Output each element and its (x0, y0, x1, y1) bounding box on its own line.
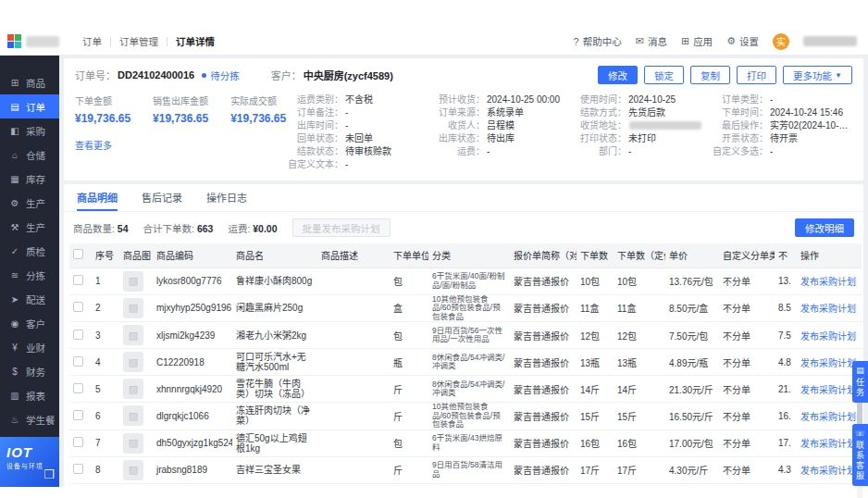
publish-purchase-plan-link[interactable]: 发布采购计划 (800, 277, 856, 287)
column-header-7[interactable]: 分类 (428, 243, 510, 268)
row-index: 9 (92, 483, 119, 487)
messages-icon: ✉ (636, 35, 644, 47)
order-field: 运费类别：不含税 (286, 93, 428, 106)
topbar-action-label: 设置 (739, 34, 759, 48)
publish-purchase-plan-link[interactable]: 发布采购计划 (800, 439, 856, 449)
order-qty-priced-unit: 14斤 (614, 376, 665, 403)
sidebar-item-warehouse[interactable]: ⌂仓储 (0, 143, 59, 167)
column-header-6[interactable]: 下单单位 (390, 243, 428, 268)
print-button[interactable]: 打印 (737, 66, 776, 84)
sidebar-item-orders[interactable]: ▤订单 (0, 94, 59, 118)
breadcrumb-item-2[interactable]: 订单管理 (111, 34, 167, 48)
view-more-link[interactable]: 查看更多 (75, 138, 112, 152)
sidebar-item-business-finance[interactable]: ¥业财 (0, 335, 59, 359)
column-header-4[interactable]: 商品名 (232, 243, 317, 268)
row-checkbox[interactable] (73, 437, 83, 447)
tab-1[interactable]: 商品明细 (77, 184, 118, 211)
inventory-icon: ▦ (9, 174, 20, 184)
sidebar-item-finance[interactable]: $财务 (0, 359, 59, 383)
select-all-checkbox[interactable] (73, 249, 83, 259)
publish-purchase-plan-link[interactable]: 发布采购计划 (800, 385, 856, 395)
row-checkbox[interactable] (73, 410, 83, 420)
column-header-12[interactable]: 自定义分单类型 (719, 243, 775, 268)
product-category: 10其他预包装食品/60预包装食品/预包装食品 (428, 294, 510, 322)
summary-label: 合计下单数: (143, 223, 197, 234)
unit-price: 13.76元/包 (665, 268, 719, 294)
sidebar-item-inventory[interactable]: ▦库存 (0, 167, 59, 191)
publish-purchase-plan-link[interactable]: 发布采购计划 (800, 331, 856, 342)
tasks-float-button[interactable]: ▤ 任务 (852, 361, 868, 403)
column-header-13[interactable]: 不 (775, 243, 797, 268)
sidebar-item-customers[interactable]: ◉客户 (0, 311, 59, 335)
modify-detail-button[interactable]: 修改明细 (795, 218, 854, 237)
column-header-5[interactable]: 商品描述 (317, 243, 390, 268)
breadcrumb-item-3[interactable]: 订单详情 (167, 34, 223, 48)
messages-button[interactable]: ✉消息 (636, 34, 667, 48)
row-checkbox[interactable] (73, 302, 83, 312)
lock-button[interactable]: 锁定 (644, 66, 684, 84)
row-checkbox[interactable] (73, 356, 83, 367)
product-name: 湘老九小米粥2kg (232, 322, 317, 349)
column-header-8[interactable]: 报价单简称（对外） (510, 243, 577, 268)
order-field-column-4: 订单类型：-下单时间：2024-10-24 15:46最后操作：实芳02(202… (711, 93, 852, 171)
column-header-11[interactable]: 单价 (665, 243, 719, 268)
row-checkbox[interactable] (73, 330, 83, 340)
customer-service-float-button[interactable]: ☏ 联系客服 (852, 424, 868, 486)
more-functions-button[interactable]: 更多功能 ▼ (783, 66, 852, 84)
apps-button[interactable]: ⊞应用 (681, 34, 713, 48)
quote-sheet-name: 蒙吉普通报价 (510, 430, 577, 456)
tab-2[interactable]: 售后记录 (142, 184, 182, 211)
batch-publish-button[interactable]: 批量发布采购计划 (292, 218, 391, 237)
apps-icon: ⊞ (681, 35, 689, 47)
sidebar-item-production[interactable]: ⚙生产 (0, 191, 59, 215)
sidebar-item-reports[interactable]: ▥报表 (0, 383, 59, 407)
product-code: lykosr800g7776 (153, 268, 232, 294)
sidebar-item-label: 生产 (26, 196, 45, 210)
headset-icon: ☏ (855, 429, 865, 438)
sidebar-item-quality-check[interactable]: ✓质检 (0, 239, 59, 263)
customer-label: 客户： (271, 68, 302, 82)
breadcrumb-item-1[interactable]: 订单 (74, 34, 110, 48)
table-body: 1▨lykosr800g7776鲁祥康小酥肉800g包6干货米面/40面/粉制品… (69, 268, 862, 487)
sidebar-item-delivery[interactable]: ➤配送 (0, 287, 59, 311)
avatar[interactable]: 实 (773, 33, 789, 50)
settings-button[interactable]: ⚙设置 (726, 34, 759, 48)
column-header-10[interactable]: 下单数（定价单位） (614, 243, 665, 268)
column-header-14[interactable]: 操作 (797, 243, 862, 268)
sidebar-item-production-2[interactable]: ⚒生产 (0, 215, 59, 239)
row-checkbox[interactable] (73, 464, 83, 474)
sidebar-item-sorting[interactable]: ≋分拣 (0, 263, 59, 287)
publish-purchase-plan-link[interactable]: 发布采购计划 (800, 412, 856, 422)
order-field-value: 2024-10-24 15:46 (770, 106, 843, 119)
column-header-3[interactable]: 商品编码 (153, 243, 232, 268)
quote-sheet-name: 蒙吉普通报价 (510, 403, 577, 430)
notax-price-truncated: 4.8 (775, 349, 797, 376)
summary-item-1: 商品数量: 54 (73, 221, 129, 235)
column-header-1[interactable]: 序号 (92, 243, 119, 268)
publish-purchase-plan-link[interactable]: 发布采购计划 (800, 466, 856, 476)
product-description (317, 349, 390, 376)
brand-logo-icon (7, 34, 21, 48)
row-checkbox[interactable] (73, 275, 83, 285)
help-center-button[interactable]: ?帮助中心 (574, 34, 622, 48)
order-amount-value: ¥19,736.65 (153, 112, 208, 125)
reports-icon: ▥ (9, 391, 20, 401)
order-field-label: 自定义多选： (711, 145, 768, 158)
row-checkbox[interactable] (73, 383, 83, 393)
column-header-9[interactable]: 下单数 (577, 243, 614, 268)
sidebar-item-student-meals[interactable]: ♨学生餐 (0, 407, 59, 431)
sidebar-menu: ⊞商品▤订单◧采购⌂仓储▦库存⚙生产⚒生产✓质检≋分拣➤配送◉客户¥业财$财务▥… (0, 56, 59, 437)
modify-button[interactable]: 修改 (598, 66, 638, 84)
sidebar-item-label: 学生餐 (26, 413, 56, 427)
main-content: 订单号： DD24102400016 待分拣 客户： 中央厨房(zycf4589… (59, 56, 868, 487)
tab-3[interactable]: 操作日志 (206, 184, 247, 211)
publish-purchase-plan-link[interactable]: 发布采购计划 (800, 304, 856, 314)
more-functions-label: 更多功能 (793, 68, 832, 82)
column-header-2[interactable]: 商品图 (119, 243, 153, 268)
sidebar-item-goods[interactable]: ⊞商品 (0, 70, 59, 94)
sidebar-item-purchase[interactable]: ◧采购 (0, 118, 59, 143)
publish-purchase-plan-link[interactable]: 发布采购计划 (800, 358, 856, 368)
copy-button[interactable]: 复制 (690, 66, 730, 84)
order-field-value: 未回单 (345, 132, 373, 145)
sidebar-item-label: 财务 (26, 365, 45, 379)
